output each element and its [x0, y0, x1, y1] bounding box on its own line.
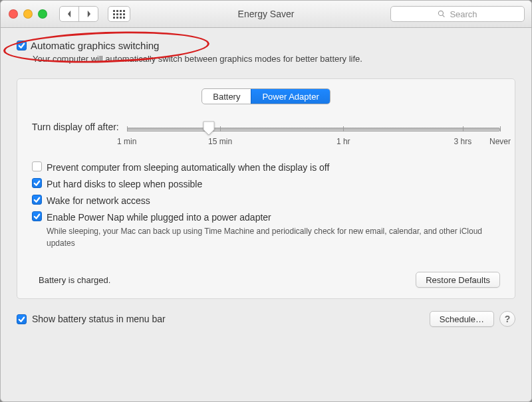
- option-prevent-sleep[interactable]: Prevent computer from sleeping automatic…: [32, 161, 500, 173]
- check-icon: [33, 179, 41, 187]
- back-button[interactable]: [60, 7, 78, 21]
- show-battery-status-checkbox[interactable]: [17, 314, 27, 324]
- option-power-nap-label: Enable Power Nap while plugged into a po…: [47, 211, 500, 223]
- slider-ticks: [127, 127, 500, 132]
- restore-defaults-button[interactable]: Restore Defaults: [416, 272, 500, 288]
- check-icon: [18, 316, 25, 323]
- restore-defaults-label: Restore Defaults: [426, 275, 490, 285]
- chevron-left-icon: [66, 10, 72, 18]
- show-all-button[interactable]: [108, 6, 130, 22]
- option-wake-network[interactable]: Wake for network access: [32, 195, 500, 207]
- options-list: Prevent computer from sleeping automatic…: [32, 161, 500, 249]
- option-wake-network-checkbox[interactable]: [32, 195, 42, 205]
- schedule-button[interactable]: Schedule…: [430, 311, 494, 327]
- display-off-slider[interactable]: 1 min 15 min 1 hr 3 hrs Never: [127, 122, 500, 144]
- auto-graphics-description: Your computer will automatically switch …: [33, 54, 515, 64]
- settings-panel: Battery Power Adapter Turn display off a…: [17, 78, 515, 299]
- auto-graphics-label: Automatic graphics switching: [31, 40, 159, 51]
- option-prevent-sleep-label: Prevent computer from sleeping automatic…: [47, 161, 329, 173]
- option-hd-sleep-label: Put hard disks to sleep when possible: [47, 178, 202, 190]
- option-prevent-sleep-checkbox[interactable]: [32, 161, 42, 171]
- option-hd-sleep-checkbox[interactable]: [32, 178, 42, 188]
- tick-label: Never: [489, 137, 511, 146]
- option-power-nap-description: While sleeping, your Mac can back up usi…: [47, 225, 500, 249]
- tab-battery[interactable]: Battery: [202, 89, 251, 104]
- option-hd-sleep[interactable]: Put hard disks to sleep when possible: [32, 178, 500, 190]
- tick-label: 1 hr: [336, 137, 350, 146]
- slider-thumb-icon: [203, 121, 215, 136]
- search-icon: [438, 10, 446, 18]
- check-icon: [33, 213, 41, 220]
- battery-status-text: Battery is charged.: [39, 275, 110, 285]
- help-icon: ?: [505, 314, 511, 324]
- check-icon: [18, 42, 25, 49]
- schedule-label: Schedule…: [440, 314, 484, 324]
- slider-thumb[interactable]: [203, 121, 215, 136]
- auto-graphics-checkbox[interactable]: [17, 41, 27, 50]
- nav-back-forward: [59, 6, 98, 22]
- tick-label: 15 min: [208, 137, 232, 146]
- close-window-button[interactable]: [9, 9, 18, 19]
- energy-saver-window: Energy Saver Search Automatic graphics s…: [0, 0, 532, 402]
- search-field[interactable]: Search: [390, 6, 525, 22]
- display-off-label: Turn display off after:: [32, 122, 119, 132]
- minimize-window-button[interactable]: [23, 9, 33, 19]
- search-placeholder: Search: [450, 9, 477, 19]
- option-wake-network-label: Wake for network access: [47, 195, 150, 207]
- tab-segmented-control: Battery Power Adapter: [32, 88, 500, 104]
- titlebar: Energy Saver Search: [1, 1, 531, 28]
- option-power-nap-checkbox[interactable]: [32, 211, 42, 221]
- tick-label: 3 hrs: [454, 137, 472, 146]
- tick-label: 1 min: [117, 137, 136, 146]
- show-battery-status-label: Show battery status in menu bar: [32, 314, 166, 324]
- help-button[interactable]: ?: [499, 311, 515, 327]
- tab-power-adapter-label: Power Adapter: [262, 92, 319, 102]
- window-controls: [9, 9, 47, 19]
- forward-button[interactable]: [78, 7, 98, 21]
- display-off-slider-row: Turn display off after: 1 min 15 min 1 h…: [32, 122, 500, 144]
- tab-battery-label: Battery: [213, 92, 240, 102]
- grid-icon: [113, 10, 125, 19]
- footer-row: Show battery status in menu bar Schedule…: [17, 311, 515, 327]
- panel-footer: Battery is charged. Restore Defaults: [32, 272, 500, 288]
- chevron-right-icon: [86, 10, 92, 18]
- option-power-nap[interactable]: Enable Power Nap while plugged into a po…: [32, 211, 500, 249]
- tab-power-adapter[interactable]: Power Adapter: [251, 89, 329, 104]
- auto-graphics-row[interactable]: Automatic graphics switching: [17, 40, 515, 51]
- zoom-window-button[interactable]: [38, 9, 47, 19]
- content-area: Automatic graphics switching Your comput…: [1, 28, 531, 401]
- check-icon: [33, 196, 41, 203]
